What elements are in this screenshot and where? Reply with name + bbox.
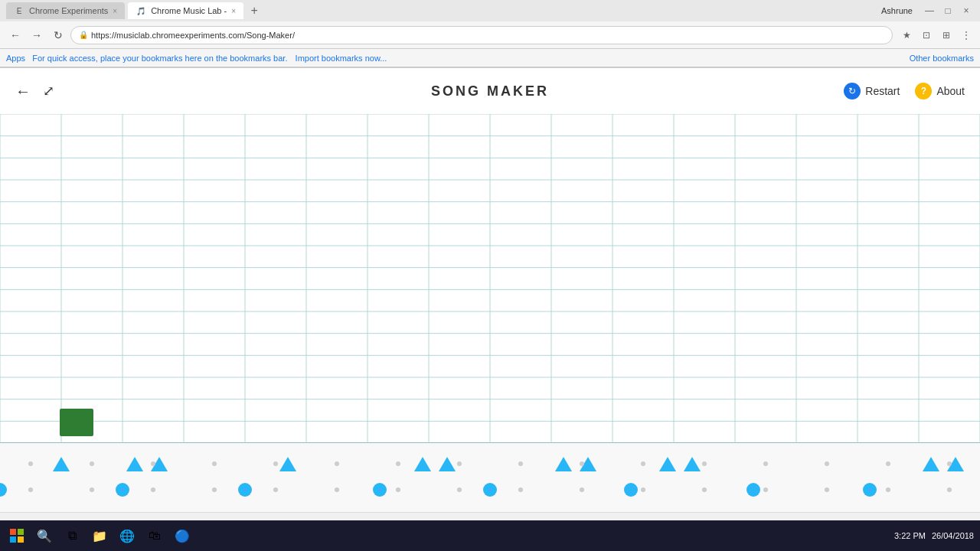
percussion-dot[interactable] bbox=[580, 461, 584, 466]
percussion-dot[interactable] bbox=[825, 487, 829, 492]
taskbar-date: 26/04/2018 bbox=[932, 531, 974, 540]
percussion-dot[interactable] bbox=[825, 461, 829, 466]
edge-icon[interactable]: 🌐 bbox=[116, 525, 138, 546]
percussion-dot[interactable] bbox=[518, 461, 523, 466]
tab-favicon-1: E bbox=[14, 5, 24, 16]
percussion-area[interactable] bbox=[0, 443, 980, 512]
percussion-dot[interactable] bbox=[580, 487, 584, 492]
percussion-dot[interactable] bbox=[947, 461, 952, 466]
tab-close-1[interactable]: × bbox=[113, 7, 117, 15]
header-right: ↻ Restart ? About bbox=[844, 83, 965, 99]
percussion-circle[interactable] bbox=[116, 483, 129, 497]
percussion-dot[interactable] bbox=[518, 487, 523, 492]
percussion-circle[interactable] bbox=[0, 483, 7, 497]
tab-favicon-2: 🎵 bbox=[136, 5, 146, 16]
menu-icon[interactable]: ⋮ bbox=[959, 28, 974, 43]
percussion-dot[interactable] bbox=[90, 487, 94, 492]
percussion-dot[interactable] bbox=[702, 487, 707, 492]
note[interactable] bbox=[60, 409, 93, 436]
percussion-dot[interactable] bbox=[886, 487, 890, 492]
tab-close-2[interactable]: × bbox=[231, 7, 236, 15]
percussion-dot[interactable] bbox=[763, 461, 768, 466]
new-tab-button[interactable]: + bbox=[247, 3, 262, 18]
forward-button[interactable]: → bbox=[28, 26, 46, 44]
tab-label-2: Chrome Music Lab - bbox=[151, 6, 227, 15]
cast-icon[interactable]: ⊡ bbox=[919, 28, 934, 43]
reload-button[interactable]: ↻ bbox=[49, 26, 67, 44]
other-bookmarks[interactable]: Other bookmarks bbox=[910, 54, 974, 63]
percussion-circle[interactable] bbox=[238, 483, 252, 497]
file-explorer-icon[interactable]: 📁 bbox=[89, 525, 110, 546]
percussion-triangle[interactable] bbox=[555, 457, 572, 471]
restart-button[interactable]: ↻ Restart bbox=[844, 83, 900, 99]
percussion-triangle[interactable] bbox=[923, 457, 939, 471]
address-bar[interactable]: 🔒 https://musiclab.chromeexperiments.com… bbox=[70, 26, 893, 44]
grid-area[interactable] bbox=[0, 114, 980, 512]
back-button[interactable]: ← bbox=[6, 26, 24, 44]
header-left: ← ⤢ bbox=[15, 83, 54, 100]
percussion-dot[interactable] bbox=[28, 487, 33, 492]
tab-label-1: Chrome Experiments bbox=[29, 6, 108, 15]
percussion-dot[interactable] bbox=[212, 461, 217, 466]
percussion-circle[interactable] bbox=[483, 483, 497, 497]
percussion-dot[interactable] bbox=[947, 487, 952, 492]
taskbar-right: 3:22 PM 26/04/2018 bbox=[894, 531, 974, 540]
bookmark-icon[interactable]: ★ bbox=[899, 28, 914, 43]
store-icon[interactable]: 🛍 bbox=[144, 525, 165, 546]
percussion-dot[interactable] bbox=[886, 461, 890, 466]
percussion-circle[interactable] bbox=[746, 483, 760, 497]
bookmarks-bar: Apps For quick access, place your bookma… bbox=[0, 49, 980, 67]
percussion-triangle[interactable] bbox=[53, 457, 70, 471]
percussion-dot[interactable] bbox=[641, 487, 645, 492]
percussion-dot[interactable] bbox=[396, 461, 400, 466]
tab-chrome-experiments[interactable]: E Chrome Experiments × bbox=[6, 2, 125, 19]
app-header: ← ⤢ SONG MAKER ↻ Restart ? About bbox=[0, 68, 980, 114]
user-name: Ashrune bbox=[881, 6, 913, 15]
import-bookmarks-link[interactable]: Import bookmarks now... bbox=[296, 54, 387, 63]
back-button[interactable]: ← bbox=[15, 83, 31, 100]
app-title: SONG MAKER bbox=[431, 83, 549, 99]
percussion-dot[interactable] bbox=[763, 487, 768, 492]
percussion-dot[interactable] bbox=[702, 461, 707, 466]
percussion-dot[interactable] bbox=[90, 461, 94, 466]
about-button[interactable]: ? About bbox=[915, 83, 965, 99]
search-taskbar-icon[interactable]: 🔍 bbox=[34, 525, 55, 546]
window-close-icon[interactable]: × bbox=[959, 3, 974, 18]
about-icon: ? bbox=[915, 83, 932, 99]
percussion-dot[interactable] bbox=[151, 461, 155, 466]
browser-chrome: E Chrome Experiments × 🎵 Chrome Music La… bbox=[0, 0, 980, 68]
windows-taskbar: 🔍 ⧉ 📁 🌐 🛍 🔵 3:22 PM 26/04/2018 bbox=[0, 520, 980, 551]
about-label: About bbox=[936, 85, 965, 97]
percussion-dot[interactable] bbox=[335, 461, 339, 466]
percussion-circle[interactable] bbox=[373, 483, 387, 497]
percussion-dot[interactable] bbox=[273, 461, 278, 466]
percussion-circle[interactable] bbox=[863, 483, 877, 497]
percussion-dot[interactable] bbox=[151, 487, 155, 492]
percussion-dot[interactable] bbox=[273, 487, 278, 492]
percussion-dot[interactable] bbox=[457, 487, 462, 492]
extensions-icon[interactable]: ⊞ bbox=[939, 28, 954, 43]
percussion-triangle[interactable] bbox=[439, 457, 456, 471]
restart-icon: ↻ bbox=[844, 83, 861, 99]
percussion-dot[interactable] bbox=[212, 487, 217, 492]
percussion-triangle[interactable] bbox=[126, 457, 143, 471]
percussion-triangle[interactable] bbox=[659, 457, 676, 471]
chrome-icon[interactable]: 🔵 bbox=[172, 525, 193, 546]
percussion-dot[interactable] bbox=[641, 461, 645, 466]
task-view-icon[interactable]: ⧉ bbox=[61, 525, 83, 546]
start-button[interactable] bbox=[6, 525, 28, 546]
svg-rect-43 bbox=[18, 529, 24, 535]
percussion-dot[interactable] bbox=[396, 487, 400, 492]
tab-song-maker[interactable]: 🎵 Chrome Music Lab - × bbox=[128, 2, 243, 19]
percussion-triangle[interactable] bbox=[279, 457, 296, 471]
percussion-dot[interactable] bbox=[457, 461, 462, 466]
percussion-triangle[interactable] bbox=[414, 457, 431, 471]
percussion-triangle[interactable] bbox=[684, 457, 701, 471]
maximize-icon[interactable]: □ bbox=[940, 3, 956, 18]
minimize-icon[interactable]: — bbox=[922, 3, 937, 18]
percussion-dot[interactable] bbox=[335, 487, 339, 492]
secure-icon: 🔒 bbox=[79, 31, 88, 39]
percussion-dot[interactable] bbox=[28, 461, 33, 466]
expand-button[interactable]: ⤢ bbox=[43, 83, 54, 99]
percussion-circle[interactable] bbox=[624, 483, 638, 497]
